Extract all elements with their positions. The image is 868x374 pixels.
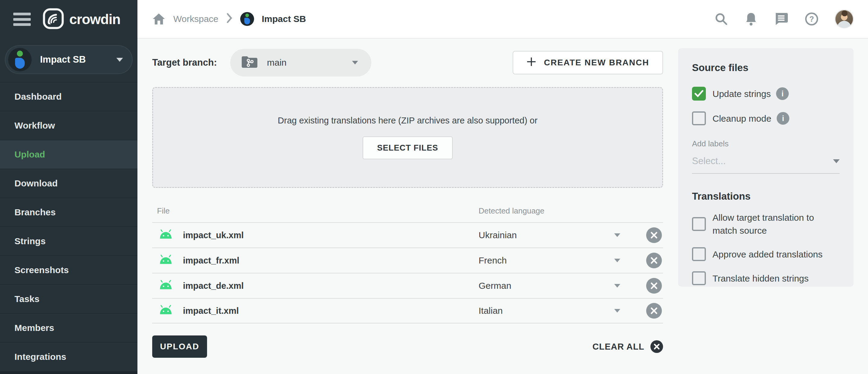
info-icon[interactable]: i <box>776 87 789 100</box>
language-value: German <box>478 281 511 291</box>
file-name: impact_uk.xml <box>183 230 244 240</box>
upload-button[interactable]: UPLOAD <box>152 336 207 358</box>
settings-panel: Source files Update strings i Cleanup mo… <box>678 48 854 287</box>
branch-folder-icon <box>241 55 258 70</box>
select-files-button[interactable]: SELECT FILES <box>363 136 453 159</box>
labels-select[interactable]: Select... <box>692 156 840 174</box>
dropzone-hint: Drag existing translations here (ZIP arc… <box>278 115 538 126</box>
translate-hidden-checkbox[interactable] <box>692 271 706 285</box>
menu-icon[interactable] <box>13 13 31 26</box>
chevron-down-icon <box>833 159 840 163</box>
language-dropdown[interactable]: German <box>478 281 620 291</box>
table-row: impact_it.xml Italian <box>152 298 663 324</box>
breadcrumb-project: Impact SB <box>262 14 306 24</box>
android-icon <box>159 254 173 267</box>
table-row: impact_fr.xml French <box>152 247 663 273</box>
android-icon <box>159 305 173 317</box>
remove-file-button[interactable] <box>646 303 662 318</box>
source-files-title: Source files <box>692 62 840 73</box>
clear-all-button[interactable]: CLEAR ALL <box>592 340 663 353</box>
chevron-down-icon <box>614 309 620 313</box>
clear-all-x-icon <box>650 340 663 353</box>
crowdin-wordmark: crowdin <box>69 11 120 27</box>
target-branch-label: Target branch: <box>152 57 217 68</box>
project-name: Impact SB <box>40 54 116 65</box>
help-icon[interactable]: ? <box>805 12 818 26</box>
sidebar-item-members[interactable]: Members <box>0 314 137 343</box>
allow-match-source-checkbox[interactable] <box>692 217 706 231</box>
sidebar-item-integrations[interactable]: Integrations <box>0 343 137 372</box>
language-dropdown[interactable]: French <box>478 256 620 266</box>
topbar-icons: ? <box>714 10 854 28</box>
language-dropdown[interactable]: Italian <box>478 306 620 316</box>
column-file: File <box>152 206 478 215</box>
sidebar-item-download[interactable]: Download <box>0 169 137 198</box>
chevron-down-icon <box>614 233 620 237</box>
messages-icon[interactable] <box>774 12 788 26</box>
language-value: Italian <box>478 306 503 316</box>
notifications-bell-icon[interactable] <box>744 12 758 26</box>
language-value: French <box>478 256 507 266</box>
page-content: Target branch: main <box>137 38 868 374</box>
remove-file-button[interactable] <box>646 253 662 268</box>
project-avatar <box>8 48 32 71</box>
table-row: impact_de.xml German <box>152 273 663 298</box>
top-bar: Workspace Impact SB <box>137 0 868 38</box>
chevron-down-icon <box>352 61 358 64</box>
branch-value: main <box>267 58 352 68</box>
user-avatar[interactable] <box>835 10 854 28</box>
approve-added-row: Approve added translations <box>692 247 840 261</box>
main-area: Workspace Impact SB <box>137 0 868 374</box>
plus-icon <box>527 57 536 69</box>
chevron-down-icon <box>116 58 123 62</box>
chevron-down-icon <box>614 259 620 262</box>
breadcrumb-workspace[interactable]: Workspace <box>173 14 218 24</box>
update-strings-checkbox[interactable] <box>692 87 706 101</box>
sidebar: crowdin Impact SB Dashboard Workflow Upl… <box>0 0 137 374</box>
crowdin-mark-icon <box>42 7 64 31</box>
file-name: impact_de.xml <box>183 281 244 291</box>
file-name: impact_fr.xml <box>183 256 239 266</box>
translations-title: Translations <box>692 191 840 202</box>
sidebar-item-tasks[interactable]: Tasks <box>0 285 137 314</box>
chevron-down-icon <box>614 284 620 287</box>
translate-hidden-row: Translate hidden strings <box>692 271 840 285</box>
project-selector[interactable]: Impact SB <box>5 45 133 74</box>
column-detected-language: Detected language <box>478 206 544 215</box>
file-dropzone[interactable]: Drag existing translations here (ZIP arc… <box>152 87 663 188</box>
search-icon[interactable] <box>714 12 728 26</box>
update-strings-row: Update strings i <box>692 87 840 101</box>
cleanup-mode-checkbox[interactable] <box>692 111 706 125</box>
info-icon[interactable]: i <box>777 112 789 125</box>
sidebar-item-upload[interactable]: Upload <box>0 140 137 169</box>
crowdin-logo[interactable]: crowdin <box>42 7 120 31</box>
sidebar-nav: Dashboard Workflow Upload Download Branc… <box>0 82 137 374</box>
allow-match-source-row: Allow target translation to match source <box>692 211 840 237</box>
sidebar-item-screenshots[interactable]: Screenshots <box>0 256 137 285</box>
sidebar-item-branches[interactable]: Branches <box>0 198 137 227</box>
language-value: Ukrainian <box>478 230 517 240</box>
create-new-branch-button[interactable]: CREATE NEW BRANCH <box>513 51 663 74</box>
add-labels-label: Add labels <box>692 139 840 148</box>
approve-added-checkbox[interactable] <box>692 247 706 261</box>
sidebar-footer <box>0 372 137 374</box>
file-name: impact_it.xml <box>183 306 239 316</box>
language-dropdown[interactable]: Ukrainian <box>478 230 620 240</box>
breadcrumb-project-icon <box>240 12 254 26</box>
android-icon <box>159 229 173 241</box>
branch-dropdown[interactable]: main <box>230 49 371 76</box>
sidebar-item-dashboard[interactable]: Dashboard <box>0 82 137 111</box>
home-icon[interactable] <box>152 13 165 25</box>
sidebar-item-workflow[interactable]: Workflow <box>0 111 137 140</box>
table-row: impact_uk.xml Ukrainian <box>152 222 663 247</box>
branch-toolbar: Target branch: main <box>152 48 663 77</box>
chevron-right-icon <box>226 13 232 25</box>
remove-file-button[interactable] <box>646 278 662 294</box>
remove-file-button[interactable] <box>646 227 662 243</box>
table-footer: UPLOAD CLEAR ALL <box>152 336 663 358</box>
sidebar-header: crowdin <box>0 0 137 38</box>
sidebar-item-strings[interactable]: Strings <box>0 227 137 256</box>
breadcrumb: Workspace Impact SB <box>152 12 306 26</box>
files-table: File Detected language impact_uk.xml <box>152 199 663 324</box>
table-header: File Detected language <box>152 199 663 222</box>
